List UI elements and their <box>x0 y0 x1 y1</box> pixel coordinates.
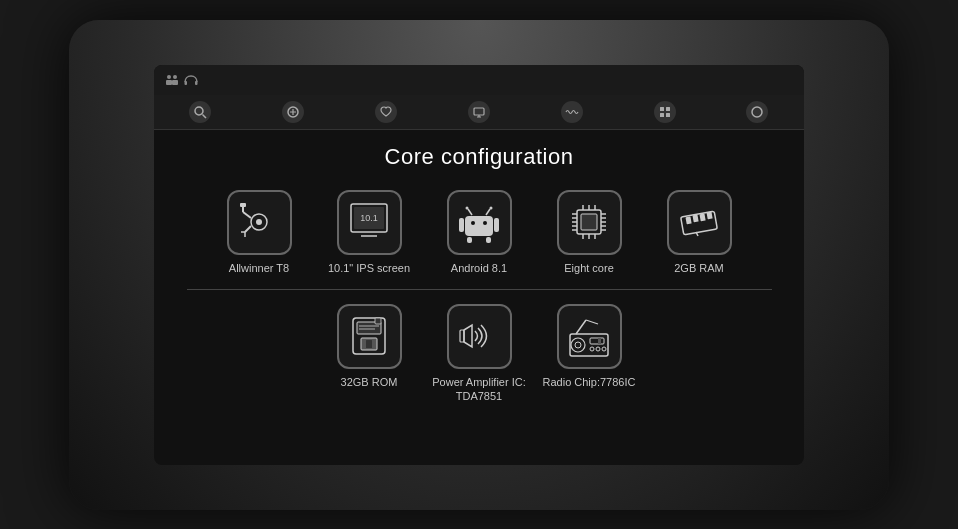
android-label: Android 8.1 <box>451 261 507 275</box>
svg-rect-43 <box>581 214 597 230</box>
svg-rect-74 <box>570 334 608 356</box>
svg-rect-62 <box>693 215 699 223</box>
nav-screen-icon <box>468 101 490 123</box>
ips-label: 10.1" IPS screen <box>328 261 410 275</box>
svg-point-33 <box>483 221 487 225</box>
eight-core-label: Eight core <box>564 261 614 275</box>
android-icon <box>457 200 501 244</box>
svg-line-21 <box>243 212 251 218</box>
svg-rect-71 <box>366 340 372 348</box>
allwinner-item: Allwinner T8 <box>212 190 307 275</box>
svg-rect-11 <box>474 108 484 115</box>
radio-item: Radio Chip:7786IC <box>542 304 637 404</box>
svg-rect-23 <box>240 203 246 207</box>
svg-rect-38 <box>467 237 472 243</box>
svg-rect-2 <box>173 75 177 79</box>
svg-text:10.1: 10.1 <box>360 213 378 223</box>
ram-label: 2GB RAM <box>674 261 724 275</box>
svg-rect-15 <box>666 107 670 111</box>
svg-point-78 <box>575 342 581 348</box>
status-bar <box>154 65 804 95</box>
allwinner-icon-box <box>227 190 292 255</box>
svg-point-32 <box>471 221 475 225</box>
svg-point-35 <box>466 207 469 210</box>
rom-item: 32GB ROM <box>322 304 417 404</box>
svg-rect-79 <box>590 338 604 344</box>
svg-line-34 <box>468 209 472 215</box>
svg-rect-61 <box>686 217 692 225</box>
ips-screen-icon-box: 10.1 <box>337 190 402 255</box>
svg-rect-3 <box>172 80 178 85</box>
svg-point-77 <box>571 338 585 352</box>
section-divider <box>187 289 772 290</box>
svg-rect-4 <box>185 81 188 85</box>
svg-point-20 <box>256 219 262 225</box>
nav-circle-icon <box>746 101 768 123</box>
svg-rect-14 <box>660 107 664 111</box>
svg-rect-0 <box>167 75 171 79</box>
svg-rect-17 <box>666 113 670 117</box>
svg-line-75 <box>576 320 586 334</box>
svg-point-82 <box>596 347 600 351</box>
amplifier-icon-box <box>447 304 512 369</box>
svg-point-6 <box>195 107 203 115</box>
headphone-small-icon <box>184 74 198 86</box>
icons-row-1: Allwinner T8 10.1 10.1" IPS screen <box>212 180 747 285</box>
device-screen: Core configuration <box>154 65 804 465</box>
nav-wave-icon <box>561 101 583 123</box>
svg-line-7 <box>203 114 207 118</box>
nav-home-icon <box>282 101 304 123</box>
svg-rect-39 <box>486 237 491 243</box>
rom-icon-box <box>337 304 402 369</box>
ram-item: 2GB RAM <box>652 190 747 275</box>
svg-rect-40 <box>459 218 464 232</box>
amplifier-item: Power Amplifier IC:TDA7851 <box>432 304 527 404</box>
android-item: Android 8.1 <box>432 190 527 275</box>
svg-rect-1 <box>166 80 172 85</box>
speaker-amplifier-icon <box>456 314 502 358</box>
robot-arm-icon <box>237 202 281 242</box>
svg-point-81 <box>590 347 594 351</box>
rom-label: 32GB ROM <box>341 375 398 389</box>
nav-grid-icon <box>654 101 676 123</box>
radio-label: Radio Chip:7786IC <box>543 375 636 389</box>
person-icon <box>164 74 180 86</box>
svg-rect-31 <box>465 216 493 236</box>
radio-icon <box>566 314 612 358</box>
svg-rect-72 <box>375 318 381 324</box>
svg-point-37 <box>490 207 493 210</box>
nav-bar <box>154 95 804 130</box>
floppy-icon <box>347 314 391 358</box>
svg-rect-41 <box>494 218 499 232</box>
eight-core-icon-box <box>557 190 622 255</box>
ram-icon <box>676 204 722 240</box>
svg-point-18 <box>752 107 762 117</box>
svg-line-76 <box>586 320 598 324</box>
svg-rect-16 <box>660 113 664 117</box>
svg-point-83 <box>602 347 606 351</box>
ips-screen-item: 10.1 10.1" IPS screen <box>322 190 417 275</box>
icons-row-2: 32GB ROM Power Amplifier IC:TDA7851 <box>322 294 637 414</box>
svg-rect-64 <box>707 212 713 220</box>
device-bezel: Core configuration <box>69 20 889 510</box>
radio-icon-box <box>557 304 622 369</box>
cpu-icon <box>566 200 612 244</box>
svg-line-36 <box>486 209 490 215</box>
page-title: Core configuration <box>385 130 574 180</box>
eight-core-item: Eight core <box>542 190 637 275</box>
nav-heart-icon <box>375 101 397 123</box>
ram-icon-box <box>667 190 732 255</box>
nav-search-icon <box>189 101 211 123</box>
allwinner-label: Allwinner T8 <box>229 261 289 275</box>
svg-line-24 <box>245 226 251 232</box>
svg-rect-63 <box>700 214 706 222</box>
svg-rect-80 <box>598 338 601 344</box>
svg-rect-5 <box>195 81 198 85</box>
amplifier-label: Power Amplifier IC:TDA7851 <box>432 375 526 404</box>
android-icon-box <box>447 190 512 255</box>
tablet-icon: 10.1 <box>345 200 393 244</box>
